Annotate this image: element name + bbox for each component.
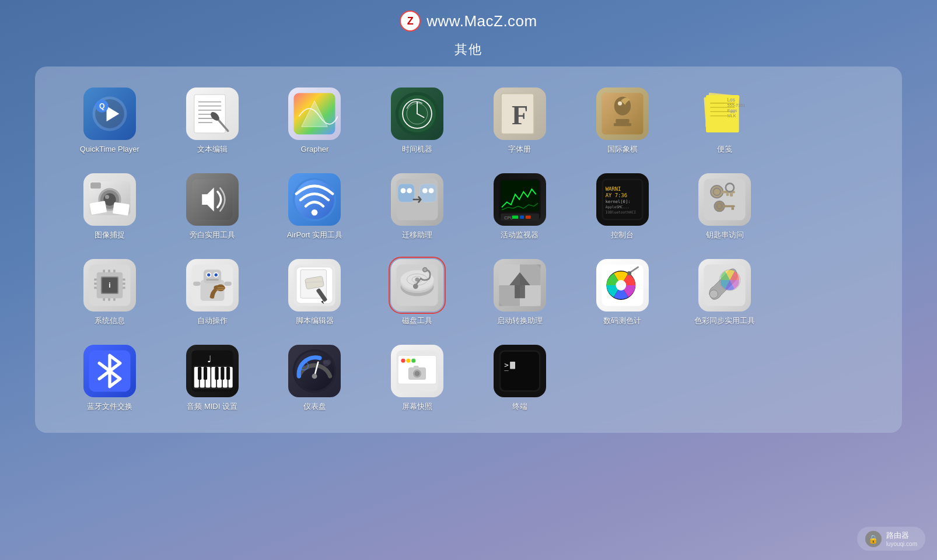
svg-point-178 xyxy=(401,358,405,362)
digitalmeter-icon xyxy=(596,259,649,312)
digitalmeter-label: 数码测色计 xyxy=(603,316,641,326)
app-quicktime[interactable]: Q QuickTime Player xyxy=(58,84,161,158)
app-automator[interactable]: 自动操作 xyxy=(161,256,264,330)
svg-text:♩: ♩ xyxy=(207,354,212,364)
app-imagecapture[interactable]: 图像捕捉 xyxy=(58,170,161,244)
svg-rect-115 xyxy=(224,282,231,286)
svg-point-183 xyxy=(415,371,420,376)
app-chess[interactable]: 国际象棋 xyxy=(571,84,674,158)
svg-point-133 xyxy=(423,268,427,272)
svg-rect-70 xyxy=(526,215,531,218)
app-grid: Q QuickTime Player 文本编辑 xyxy=(58,84,879,415)
svg-point-46 xyxy=(105,195,109,199)
imagecapture-icon xyxy=(83,173,136,226)
chess-icon xyxy=(596,88,649,140)
timemachine-label: 时间机器 xyxy=(402,145,432,155)
svg-rect-96 xyxy=(123,278,125,281)
app-sysinfo[interactable]: i 系统信息 xyxy=(58,256,161,330)
svg-point-147 xyxy=(627,271,631,275)
svg-text:Q: Q xyxy=(99,102,105,110)
svg-rect-184 xyxy=(414,366,419,368)
app-fontbook[interactable]: F 字体册 xyxy=(468,84,571,158)
app-activitymonitor[interactable]: CPU 活动监视器 xyxy=(468,170,571,244)
svg-rect-78 xyxy=(704,178,746,220)
svg-rect-86 xyxy=(724,205,736,208)
app-empty4 xyxy=(571,341,674,415)
app-screenshot[interactable]: 屏幕快照 xyxy=(366,341,468,415)
app-empty6 xyxy=(776,341,879,415)
svg-text:WARNI: WARNI xyxy=(605,186,621,192)
voiceover-label: 旁白实用工具 xyxy=(190,230,235,240)
app-bluetooth[interactable]: 蓝牙文件交换 xyxy=(58,341,161,415)
svg-point-149 xyxy=(710,290,718,298)
app-empty1 xyxy=(776,84,879,158)
diskutility-label: 磁盘工具 xyxy=(402,316,432,326)
svg-text:CPU: CPU xyxy=(504,216,513,220)
app-diskutility[interactable]: 磁盘工具 xyxy=(366,256,468,330)
site-logo: Z xyxy=(400,10,421,32)
svg-rect-113 xyxy=(206,279,218,281)
app-audiomidi[interactable]: ♩ 音频 MIDI 设置 xyxy=(161,341,264,415)
svg-point-58 xyxy=(401,188,406,193)
app-terminal[interactable]: _ > 终端 xyxy=(468,341,571,415)
app-textedit[interactable]: 文本编辑 xyxy=(161,84,264,158)
svg-point-170 xyxy=(312,373,317,379)
app-bootcamp[interactable]: 启动转换助理 xyxy=(468,256,571,330)
app-voiceover[interactable]: 旁白实用工具 xyxy=(161,170,264,244)
app-grid-container: Q QuickTime Player 文本编辑 xyxy=(35,66,902,433)
app-console[interactable]: WARNI AY 7:36 kernel[0]: AppleSMC... IOB… xyxy=(571,170,674,244)
svg-point-59 xyxy=(407,188,412,193)
app-scripteditor[interactable]: 脚本编辑器 xyxy=(264,256,366,330)
airport-label: AirPort 实用工具 xyxy=(287,230,342,240)
app-stickies[interactable]: Los 555-7361 Eggs MLK 便笺 xyxy=(674,84,777,158)
svg-rect-165 xyxy=(226,367,230,380)
dashboard-icon: ♪ xyxy=(288,345,341,397)
scripteditor-icon xyxy=(288,259,341,312)
router-icon: 🔒 xyxy=(865,531,882,547)
svg-point-180 xyxy=(411,358,415,362)
svg-point-179 xyxy=(406,358,410,362)
audiomidi-label: 音频 MIDI 设置 xyxy=(187,402,237,412)
app-timemachine[interactable]: 时间机器 xyxy=(366,84,468,158)
automator-icon xyxy=(186,259,239,312)
app-keychain[interactable]: 钥匙串访问 xyxy=(674,170,777,244)
app-migration[interactable]: 迁移助理 xyxy=(366,170,468,244)
svg-rect-164 xyxy=(221,367,224,380)
app-colorsync[interactable]: 色彩同步实用工具 xyxy=(674,256,777,330)
svg-text:>: > xyxy=(504,360,509,369)
stickies-label: 便笺 xyxy=(717,145,732,155)
svg-rect-108 xyxy=(204,270,221,283)
activitymonitor-label: 活动监视器 xyxy=(501,230,539,240)
svg-rect-114 xyxy=(193,282,200,286)
svg-rect-82 xyxy=(730,193,733,196)
app-airport[interactable]: AirPort 实用工具 xyxy=(264,170,366,244)
keychain-icon xyxy=(698,173,751,226)
colorsync-icon xyxy=(698,259,751,312)
svg-text:MLK: MLK xyxy=(728,113,736,118)
svg-text:AppleSMC...: AppleSMC... xyxy=(605,205,629,209)
migration-icon xyxy=(391,173,443,226)
audiomidi-icon: ♩ xyxy=(186,345,239,397)
svg-rect-95 xyxy=(94,286,96,289)
svg-rect-83 xyxy=(726,193,729,195)
screenshot-icon xyxy=(391,345,443,397)
svg-rect-49 xyxy=(90,183,101,189)
sysinfo-label: 系统信息 xyxy=(95,316,125,326)
app-dashboard[interactable]: ♪ 仪表盘 xyxy=(264,341,366,415)
terminal-icon: _ > xyxy=(494,345,546,397)
svg-rect-102 xyxy=(103,298,105,300)
airport-icon xyxy=(288,173,341,226)
watermark-label: 路由器 xyxy=(886,530,917,541)
migration-label: 迁移助理 xyxy=(402,230,432,240)
svg-point-135 xyxy=(413,284,418,289)
app-digitalmeter[interactable]: 数码测色计 xyxy=(571,256,674,330)
textedit-label: 文本编辑 xyxy=(197,145,228,155)
textedit-icon xyxy=(186,88,239,140)
svg-text:IOBluetoothHCI: IOBluetoothHCI xyxy=(605,210,636,214)
imagecapture-label: 图像捕捉 xyxy=(95,230,125,240)
grapher-icon xyxy=(288,88,341,140)
app-grapher[interactable]: Grapher xyxy=(264,84,366,158)
voiceover-icon xyxy=(186,173,239,226)
screenshot-label: 屏幕快照 xyxy=(402,402,432,412)
svg-text:i: i xyxy=(109,281,110,289)
